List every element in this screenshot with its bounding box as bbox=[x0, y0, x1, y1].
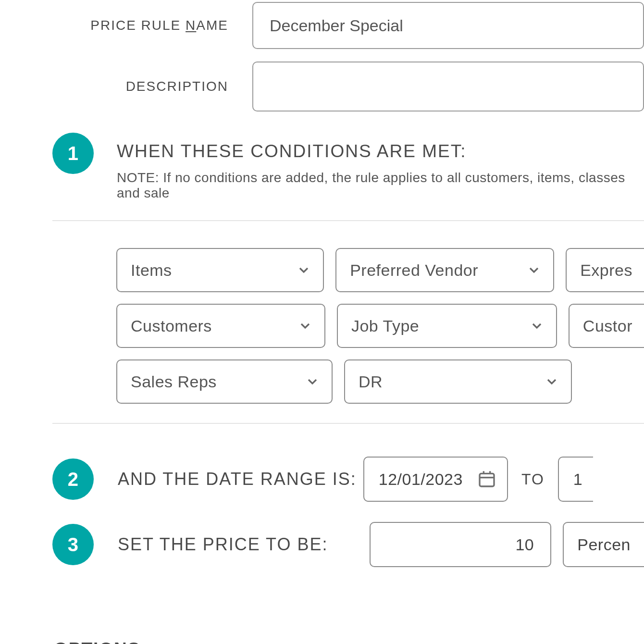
dropdown-job-type[interactable]: Job Type bbox=[337, 304, 557, 348]
end-date-field[interactable]: 1 bbox=[558, 457, 593, 502]
chevron-down-icon bbox=[544, 374, 559, 389]
start-date-field[interactable]: 12/01/2023 bbox=[363, 457, 508, 502]
to-label: TO bbox=[521, 471, 545, 488]
dropdown-customers[interactable]: Customers bbox=[116, 304, 325, 348]
name-label: PRICE RULE NAME bbox=[0, 18, 252, 33]
dropdown-vendor-value[interactable]: Expres bbox=[566, 248, 644, 292]
calendar-icon bbox=[477, 470, 496, 489]
description-field[interactable] bbox=[252, 62, 644, 111]
dropdown-rep-value[interactable]: DR bbox=[344, 359, 572, 404]
step3-label: SET THE PRICE TO BE: bbox=[118, 534, 363, 555]
description-label: DESCRIPTION bbox=[0, 79, 252, 94]
chevron-down-icon bbox=[297, 318, 313, 334]
chevron-down-icon bbox=[529, 318, 545, 334]
name-field[interactable] bbox=[252, 2, 644, 49]
divider bbox=[52, 220, 644, 221]
step2-label: AND THE DATE RANGE IS: bbox=[118, 469, 357, 489]
step1-badge: 1 bbox=[52, 133, 94, 174]
dropdown-sales-reps[interactable]: Sales Reps bbox=[116, 359, 333, 404]
chevron-down-icon bbox=[526, 262, 542, 278]
divider bbox=[52, 423, 644, 424]
dropdown-preferred-vendor[interactable]: Preferred Vendor bbox=[335, 248, 554, 292]
step3-badge: 3 bbox=[52, 524, 94, 565]
price-unit-dropdown[interactable]: Percen bbox=[563, 522, 644, 567]
price-value-field[interactable]: 10 bbox=[370, 522, 552, 567]
dropdown-items[interactable]: Items bbox=[116, 248, 324, 292]
step2-badge: 2 bbox=[52, 458, 94, 500]
step1-heading: WHEN THESE CONDITIONS ARE MET: bbox=[117, 141, 644, 161]
step1-note: NOTE: If no conditions are added, the ru… bbox=[117, 170, 644, 201]
chevron-down-icon bbox=[296, 262, 311, 278]
chevron-down-icon bbox=[305, 374, 320, 389]
options-heading: OPTIONS bbox=[54, 639, 644, 644]
dropdown-customer-value[interactable]: Custor bbox=[569, 304, 644, 348]
svg-rect-0 bbox=[480, 473, 494, 486]
